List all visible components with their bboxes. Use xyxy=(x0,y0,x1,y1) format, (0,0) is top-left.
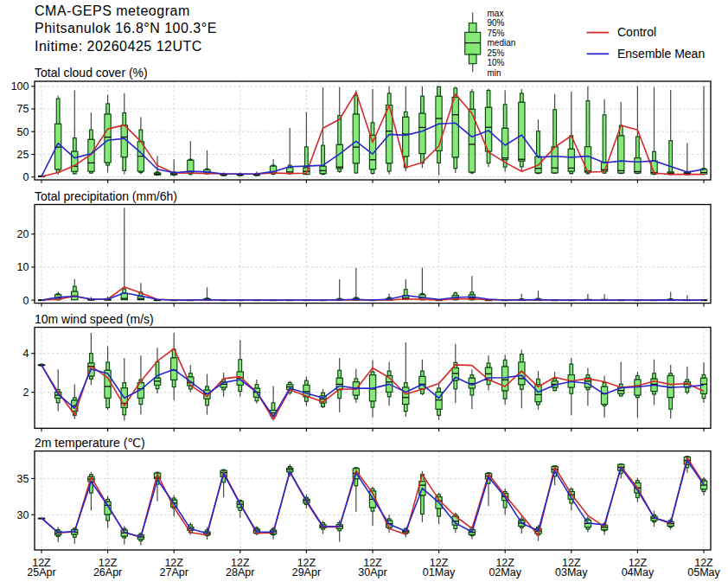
svg-text:Ensemble Mean: Ensemble Mean xyxy=(617,47,705,61)
svg-text:Control: Control xyxy=(617,25,656,39)
svg-text:max: max xyxy=(488,9,504,18)
svg-text:Total precipitation (mm/6h): Total precipitation (mm/6h) xyxy=(35,189,177,203)
svg-text:2m temperature (℃): 2m temperature (℃) xyxy=(35,436,145,450)
svg-text:30Apr: 30Apr xyxy=(358,566,386,578)
svg-text:median: median xyxy=(488,38,516,48)
svg-text:25%: 25% xyxy=(488,48,505,58)
svg-text:Initime: 20260425 12UTC: Initime: 20260425 12UTC xyxy=(35,39,202,54)
svg-text:4: 4 xyxy=(23,348,29,360)
svg-text:90%: 90% xyxy=(488,18,505,28)
svg-text:Total cloud cover (%): Total cloud cover (%) xyxy=(35,66,148,80)
svg-text:30: 30 xyxy=(17,509,29,521)
svg-text:10%: 10% xyxy=(488,58,505,67)
svg-text:02May: 02May xyxy=(489,566,521,578)
svg-text:Phitsanulok 16.8°N 100.3°E: Phitsanulok 16.8°N 100.3°E xyxy=(35,21,217,35)
svg-text:10m wind speed (m/s): 10m wind speed (m/s) xyxy=(35,312,154,326)
svg-text:29Apr: 29Apr xyxy=(292,566,321,578)
svg-text:2: 2 xyxy=(23,387,29,399)
svg-text:100: 100 xyxy=(11,80,29,93)
svg-text:27Apr: 27Apr xyxy=(160,566,188,578)
svg-text:10: 10 xyxy=(17,261,29,273)
svg-text:26Apr: 26Apr xyxy=(93,566,122,578)
svg-text:35: 35 xyxy=(17,473,29,485)
svg-text:75%: 75% xyxy=(488,29,505,38)
svg-text:03May: 03May xyxy=(555,566,588,578)
svg-text:25Apr: 25Apr xyxy=(27,566,55,578)
svg-text:04May: 04May xyxy=(622,566,655,578)
svg-text:01May: 01May xyxy=(423,566,456,578)
svg-text:0: 0 xyxy=(23,171,29,183)
svg-text:min: min xyxy=(488,68,501,78)
svg-text:0: 0 xyxy=(23,295,29,307)
svg-text:20: 20 xyxy=(17,228,29,240)
svg-text:28Apr: 28Apr xyxy=(226,566,254,578)
svg-text:05May: 05May xyxy=(687,566,720,578)
svg-text:75: 75 xyxy=(17,103,29,115)
svg-text:CMA-GEPS meteogram: CMA-GEPS meteogram xyxy=(35,3,190,18)
svg-text:25: 25 xyxy=(17,149,29,161)
svg-text:50: 50 xyxy=(17,126,29,138)
